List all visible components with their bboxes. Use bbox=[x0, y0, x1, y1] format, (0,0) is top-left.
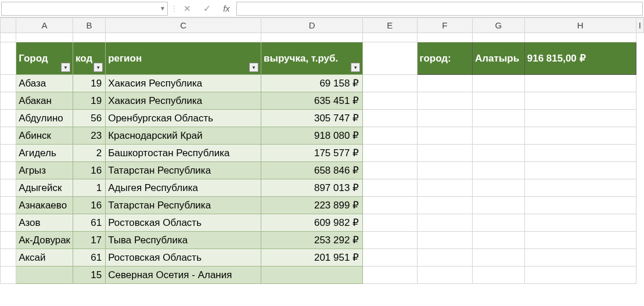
cell-city[interactable]: Абдулино bbox=[16, 110, 73, 127]
lookup-label-cell[interactable]: город: bbox=[417, 42, 472, 75]
cell-city[interactable]: Абакан bbox=[16, 92, 73, 110]
col-header-C[interactable]: C bbox=[106, 18, 261, 33]
cell-revenue[interactable]: 305 747 ₽ bbox=[261, 110, 362, 127]
filter-dropdown-icon[interactable]: ▼ bbox=[61, 63, 70, 72]
col-header-E[interactable]: E bbox=[363, 18, 417, 33]
table-row[interactable]: Адыгейск1Адыгея Республика897 013 ₽ bbox=[1, 179, 644, 197]
cell-code[interactable]: 19 bbox=[73, 92, 106, 110]
table-header-region[interactable]: регион ▼ bbox=[106, 42, 261, 75]
cell-code[interactable]: 16 bbox=[73, 162, 106, 179]
col-header-A[interactable]: A bbox=[16, 18, 73, 33]
table-row[interactable]: Аксай61Ростовская Область201 951 ₽ bbox=[1, 249, 644, 267]
table-row[interactable]: Агидель2Башкортостан Республика175 577 ₽ bbox=[1, 145, 644, 162]
cell-revenue[interactable] bbox=[261, 267, 362, 284]
cell-code[interactable]: 61 bbox=[73, 249, 106, 267]
cell-region[interactable]: Татарстан Республика bbox=[106, 197, 261, 214]
cell-revenue[interactable]: 609 982 ₽ bbox=[261, 214, 362, 232]
cell-region[interactable]: Ростовская Область bbox=[106, 249, 261, 267]
col-header-H[interactable]: H bbox=[524, 18, 636, 33]
cell-city[interactable]: Ак-Довурак bbox=[16, 232, 73, 249]
cell-revenue[interactable]: 69 158 ₽ bbox=[261, 75, 362, 92]
name-box-dropdown-icon[interactable]: ▼ bbox=[158, 2, 167, 15]
cell-code[interactable]: 17 bbox=[73, 232, 106, 249]
cell-code[interactable]: 19 bbox=[73, 75, 106, 92]
formula-bar: ▼ ⋮ ✕ ✓ fx bbox=[0, 0, 644, 17]
cell-region[interactable]: Башкортостан Республика bbox=[106, 145, 261, 162]
cell-revenue[interactable]: 658 846 ₽ bbox=[261, 162, 362, 179]
cell-code[interactable]: 23 bbox=[73, 127, 106, 145]
col-header-D[interactable]: D bbox=[261, 18, 362, 33]
cell-city[interactable]: Абаза bbox=[16, 75, 73, 92]
table-header-code[interactable]: код ▼ bbox=[73, 42, 106, 75]
cell-city[interactable] bbox=[16, 267, 73, 284]
cell-region[interactable]: Татарстан Республика bbox=[106, 162, 261, 179]
formula-input[interactable] bbox=[236, 2, 643, 16]
cell-city[interactable]: Азнакаево bbox=[16, 197, 73, 214]
cell-region[interactable]: Тыва Республика bbox=[106, 232, 261, 249]
cell-code[interactable]: 1 bbox=[73, 179, 106, 197]
cell-city[interactable]: Аксай bbox=[16, 249, 73, 267]
insert-function-button[interactable]: fx bbox=[217, 2, 236, 16]
filter-dropdown-icon[interactable]: ▼ bbox=[351, 63, 360, 72]
cell-region[interactable]: Краснодарский Край bbox=[106, 127, 261, 145]
table-row[interactable]: Агрыз16Татарстан Республика658 846 ₽ bbox=[1, 162, 644, 179]
table-header-city[interactable]: Город ▼ bbox=[16, 42, 73, 75]
table-row[interactable]: Ак-Довурак17Тыва Республика253 292 ₽ bbox=[1, 232, 644, 249]
col-header-B[interactable]: B bbox=[73, 18, 106, 33]
cell-revenue[interactable]: 918 080 ₽ bbox=[261, 127, 362, 145]
cell-revenue[interactable]: 635 451 ₽ bbox=[261, 92, 362, 110]
cell-code[interactable]: 61 bbox=[73, 214, 106, 232]
table-header-row: Город ▼ код ▼ регион ▼ выручка, т.руб. ▼… bbox=[1, 42, 644, 75]
cell-code[interactable]: 16 bbox=[73, 197, 106, 214]
fx-label: fx bbox=[223, 3, 230, 13]
cell-city[interactable]: Агидель bbox=[16, 145, 73, 162]
select-all-corner[interactable] bbox=[1, 18, 16, 33]
cell-city[interactable]: Адыгейск bbox=[16, 179, 73, 197]
separator: ⋮ bbox=[170, 4, 175, 13]
row-1[interactable] bbox=[1, 33, 644, 42]
table-row[interactable]: Абакан19Хакасия Республика635 451 ₽ bbox=[1, 92, 644, 110]
name-box[interactable]: ▼ bbox=[1, 2, 168, 16]
cell-revenue[interactable]: 175 577 ₽ bbox=[261, 145, 362, 162]
filter-dropdown-icon[interactable]: ▼ bbox=[93, 63, 103, 72]
table-row[interactable]: Азов61Ростовская Область609 982 ₽ bbox=[1, 214, 644, 232]
cell-code[interactable]: 2 bbox=[73, 145, 106, 162]
table-header-revenue[interactable]: выручка, т.руб. ▼ bbox=[261, 42, 362, 75]
cell-city[interactable]: Азов bbox=[16, 214, 73, 232]
cell-region[interactable]: Ростовская Область bbox=[106, 214, 261, 232]
table-row[interactable]: Абаза19Хакасия Республика69 158 ₽ bbox=[1, 75, 644, 92]
cell-region[interactable]: Адыгея Республика bbox=[106, 179, 261, 197]
cell-revenue[interactable]: 223 899 ₽ bbox=[261, 197, 362, 214]
col-header-G[interactable]: G bbox=[472, 18, 524, 33]
cell-region[interactable]: Хакасия Республика bbox=[106, 75, 261, 92]
table-row[interactable]: Абдулино56Оренбургская Область305 747 ₽ bbox=[1, 110, 644, 127]
spreadsheet-grid[interactable]: A B C D E F G H I Город ▼ код ▼ регио bbox=[0, 17, 644, 284]
cell-revenue[interactable]: 253 292 ₽ bbox=[261, 232, 362, 249]
table-row[interactable]: Абинск23Краснодарский Край918 080 ₽ bbox=[1, 127, 644, 145]
cell-city[interactable]: Абинск bbox=[16, 127, 73, 145]
table-row[interactable]: 15Северная Осетия - Алания bbox=[1, 267, 644, 284]
lookup-city-cell[interactable]: Алатырь bbox=[472, 42, 524, 75]
enter-button[interactable]: ✓ bbox=[197, 2, 217, 16]
cell-region[interactable]: Оренбургская Область bbox=[106, 110, 261, 127]
lookup-result-cell[interactable]: 916 815,00 ₽ bbox=[524, 42, 636, 75]
cell-code[interactable]: 56 bbox=[73, 110, 106, 127]
cancel-button[interactable]: ✕ bbox=[177, 2, 197, 16]
table-row[interactable]: Азнакаево16Татарстан Республика223 899 ₽ bbox=[1, 197, 644, 214]
filter-dropdown-icon[interactable]: ▼ bbox=[249, 63, 258, 72]
cell-revenue[interactable]: 897 013 ₽ bbox=[261, 179, 362, 197]
cell-region[interactable]: Хакасия Республика bbox=[106, 92, 261, 110]
cell-region[interactable]: Северная Осетия - Алания bbox=[106, 267, 261, 284]
col-header-F[interactable]: F bbox=[417, 18, 472, 33]
cell-city[interactable]: Агрыз bbox=[16, 162, 73, 179]
cell-revenue[interactable]: 201 951 ₽ bbox=[261, 249, 362, 267]
cell-code[interactable]: 15 bbox=[73, 267, 106, 284]
column-header-row: A B C D E F G H I bbox=[1, 18, 644, 33]
col-header-I[interactable]: I bbox=[636, 18, 643, 33]
